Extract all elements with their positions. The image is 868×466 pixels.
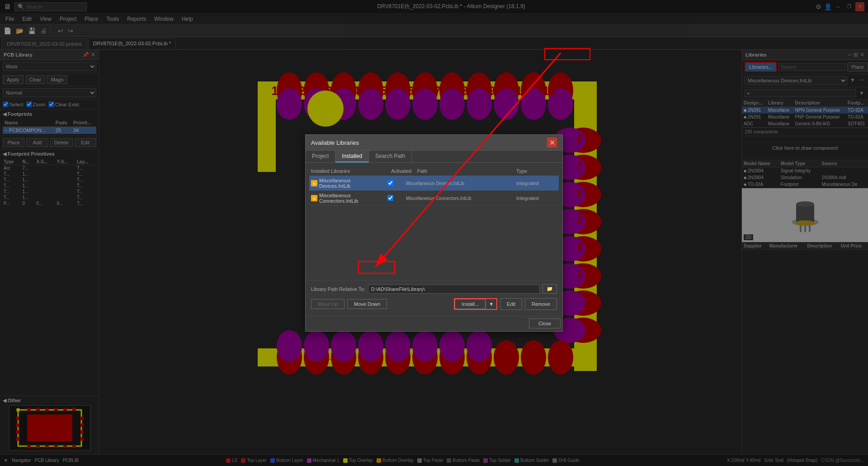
installed-libs-header: Installed Libraries Activated Path Type: [309, 166, 559, 176]
lib-path-miscdev: Miscellaneous Devices.IntLib: [406, 181, 516, 186]
col-type-label: Type: [516, 168, 557, 174]
install-button-group: Install... ▼: [454, 298, 497, 310]
library-row-miscconn[interactable]: ■ MiscellaneousConnectors.IntLib Miscell…: [309, 191, 559, 206]
lib-checkbox-miscconn[interactable]: [387, 195, 393, 201]
close-modal-button[interactable]: Close: [529, 319, 561, 328]
modal-tabs: Project Installed Search Path: [306, 151, 562, 163]
lib-type-miscdev: Integrated: [516, 181, 557, 186]
modal-close-row: Close: [306, 316, 562, 331]
lib-icon-miscconn: ■: [311, 195, 317, 201]
install-dropdown-button[interactable]: ▼: [486, 300, 496, 309]
lib-icon-miscdev: ■: [311, 180, 317, 186]
lib-check-miscdev[interactable]: [374, 180, 406, 187]
modal-tab-installed[interactable]: Installed: [335, 151, 369, 162]
library-row-miscdev[interactable]: ■ MiscellaneousDevices.IntLib Miscellane…: [309, 176, 559, 191]
lib-checkbox-miscdev[interactable]: [387, 180, 393, 186]
modal-overlay: Available Libraries ✕ Project Installed …: [0, 0, 868, 466]
lib-name-miscdev: MiscellaneousDevices.IntLib: [319, 178, 374, 189]
modal-title: Available Libraries: [311, 139, 359, 146]
path-label: Library Path Relative To:: [311, 286, 365, 292]
available-libraries-modal: Available Libraries ✕ Project Installed …: [305, 134, 563, 332]
col-path-label: Path: [417, 168, 516, 174]
col-installed-label: Installed Libraries: [311, 168, 386, 174]
modal-action-left: Move Up Move Down: [311, 299, 387, 309]
remove-library-button[interactable]: Remove: [525, 298, 557, 310]
lib-type-miscconn: Integrated: [516, 195, 557, 201]
modal-empty-space: [309, 206, 559, 278]
lib-path-miscconn: Miscellaneous Connectors.IntLib: [406, 196, 516, 201]
col-activated-label: Activated: [386, 168, 417, 174]
edit-library-button[interactable]: Edit: [500, 298, 522, 310]
move-up-button[interactable]: Move Up: [311, 299, 344, 309]
modal-action-row: Move Up Move Down Install... ▼ Edit Remo…: [309, 295, 559, 313]
modal-action-right: Install... ▼ Edit Remove: [454, 298, 557, 310]
modal-title-bar: Available Libraries ✕: [306, 135, 562, 151]
browse-path-button[interactable]: 📁: [542, 284, 557, 294]
move-down-button[interactable]: Move Down: [347, 299, 387, 309]
modal-tab-search-path[interactable]: Search Path: [369, 151, 412, 162]
modal-body: Installed Libraries Activated Path Type …: [306, 163, 562, 316]
install-button[interactable]: Install...: [455, 299, 486, 309]
lib-name-miscconn: MiscellaneousConnectors.IntLib: [319, 193, 374, 204]
modal-path-row: Library Path Relative To: 📁: [309, 280, 559, 295]
modal-close-button[interactable]: ✕: [547, 138, 557, 147]
lib-check-miscconn[interactable]: [374, 195, 406, 202]
library-path-input[interactable]: [368, 285, 540, 294]
modal-tab-project[interactable]: Project: [306, 151, 335, 162]
